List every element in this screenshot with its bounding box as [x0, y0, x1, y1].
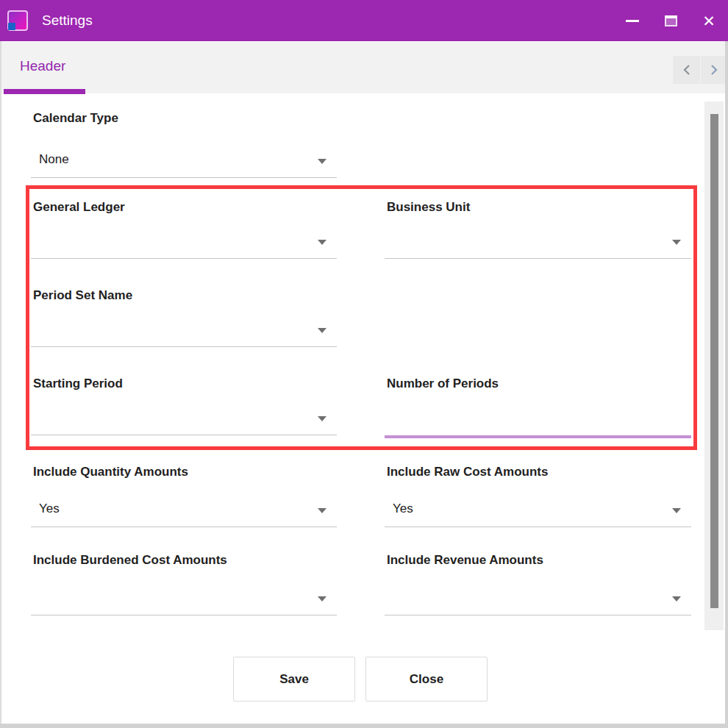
field-period-set-name: Period Set Name — [31, 288, 337, 347]
tab-bar: Header — [0, 41, 728, 93]
window-title: Settings — [42, 0, 93, 41]
close-icon: ✕ — [702, 13, 715, 29]
tab-scroll-next-button[interactable] — [701, 56, 727, 84]
chevron-down-icon — [318, 159, 326, 164]
field-label: Starting Period — [33, 377, 123, 391]
app-logo-accent — [8, 23, 15, 30]
chevron-down-icon — [672, 508, 681, 513]
field-label: Calendar Type — [33, 111, 118, 126]
vertical-scrollbar-track[interactable] — [704, 101, 724, 630]
field-label: Period Set Name — [33, 288, 132, 303]
minimize-button[interactable] — [613, 0, 652, 41]
field-business-unit: Business Unit — [385, 200, 691, 259]
maximize-icon — [665, 15, 677, 26]
field-include-raw-cost-amounts: Include Raw Cost Amounts Yes — [385, 465, 691, 527]
include-burdened-cost-amounts-dropdown[interactable] — [31, 577, 337, 615]
field-label: Business Unit — [387, 200, 470, 215]
chevron-down-icon — [318, 596, 326, 602]
field-label: Include Raw Cost Amounts — [387, 465, 548, 479]
chevron-down-icon — [672, 240, 681, 245]
include-raw-cost-amounts-dropdown[interactable]: Yes — [385, 489, 691, 527]
field-label: Include Quantity Amounts — [33, 465, 188, 479]
include-revenue-amounts-dropdown[interactable] — [385, 577, 691, 615]
field-include-quantity-amounts: Include Quantity Amounts Yes — [31, 465, 337, 527]
field-label: Number of Periods — [387, 377, 499, 391]
chevron-down-icon — [318, 416, 326, 421]
dropdown-value: Yes — [393, 502, 413, 516]
settings-window: Settings ✕ Header — [0, 0, 728, 728]
field-calendar-type: Calendar Type None — [31, 111, 337, 178]
general-ledger-dropdown[interactable] — [31, 221, 337, 259]
dropdown-value: None — [39, 152, 69, 167]
tab-header[interactable]: Header — [0, 42, 85, 94]
field-include-revenue-amounts: Include Revenue Amounts — [385, 553, 691, 615]
field-include-burdened-cost-amounts: Include Burdened Cost Amounts — [31, 553, 337, 615]
close-dialog-button[interactable]: Close — [365, 657, 488, 702]
business-unit-dropdown[interactable] — [385, 221, 691, 259]
vertical-scrollbar-thumb[interactable] — [710, 114, 718, 608]
window-border-right — [725, 41, 728, 724]
starting-period-dropdown[interactable] — [31, 397, 337, 435]
chevron-down-icon — [672, 596, 681, 602]
window-border-bottom — [0, 724, 728, 728]
window-controls: ✕ — [613, 0, 728, 41]
chevron-down-icon — [318, 240, 326, 245]
field-label: Include Revenue Amounts — [387, 553, 543, 568]
chevron-down-icon — [318, 328, 326, 333]
calendar-type-dropdown[interactable]: None — [31, 140, 337, 178]
field-number-of-periods: Number of Periods — [385, 377, 691, 438]
chevron-left-icon — [682, 64, 692, 76]
minimize-icon — [626, 20, 639, 22]
dropdown-value: Yes — [39, 502, 60, 516]
field-general-ledger: General Ledger — [31, 200, 337, 259]
active-tab-indicator — [4, 89, 85, 94]
chevron-right-icon — [709, 64, 719, 76]
window-border-left — [0, 41, 1, 724]
maximize-button[interactable] — [652, 0, 690, 41]
field-label: General Ledger — [33, 200, 125, 215]
number-of-periods-input[interactable] — [385, 400, 691, 438]
titlebar: Settings ✕ — [0, 0, 728, 41]
save-button[interactable]: Save — [233, 657, 355, 702]
field-starting-period: Starting Period — [31, 377, 337, 435]
tab-header-label: Header — [20, 58, 65, 74]
chevron-down-icon — [318, 508, 326, 513]
period-set-name-dropdown[interactable] — [31, 309, 337, 347]
close-button[interactable]: ✕ — [690, 0, 728, 41]
app-logo-icon — [7, 10, 28, 31]
tab-scroll-prev-button[interactable] — [673, 56, 700, 84]
include-quantity-amounts-dropdown[interactable]: Yes — [31, 489, 337, 527]
field-label: Include Burdened Cost Amounts — [33, 553, 227, 568]
